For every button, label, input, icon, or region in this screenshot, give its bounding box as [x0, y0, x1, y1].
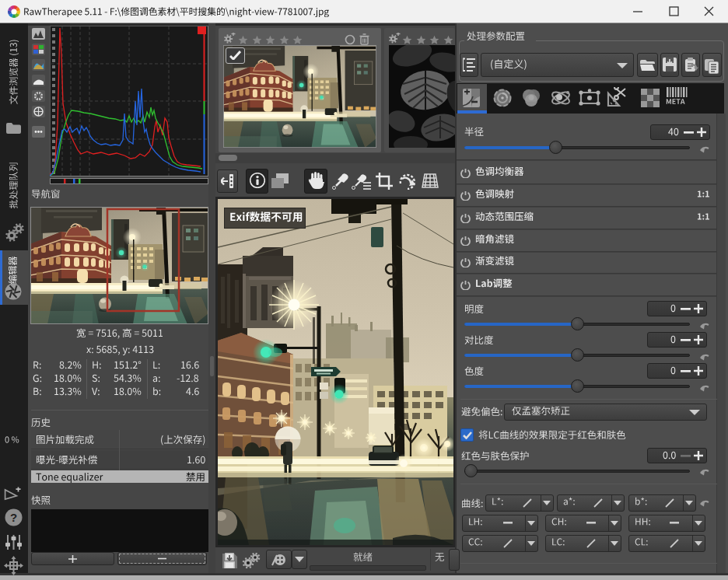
svg-text:?: ?: [10, 511, 17, 524]
